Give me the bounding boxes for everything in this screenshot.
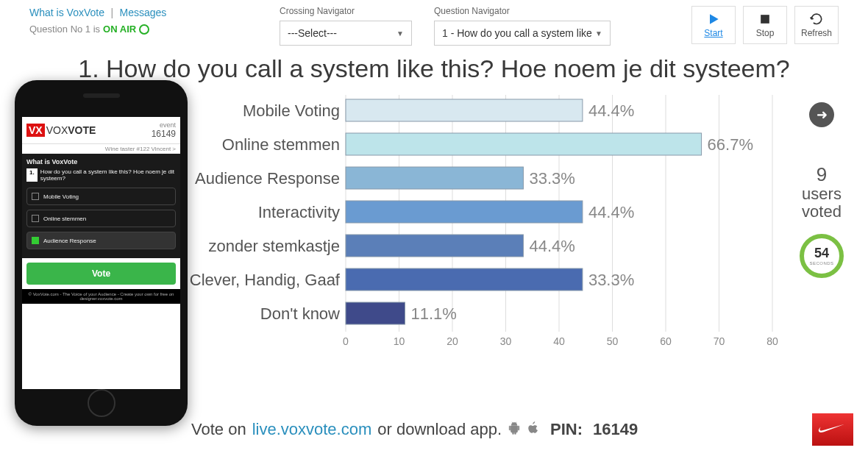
svg-text:44.4%: 44.4% — [588, 203, 634, 221]
refresh-button[interactable]: Refresh — [794, 6, 839, 44]
users-label: users voted — [789, 185, 855, 221]
svg-text:Mobile Voting: Mobile Voting — [243, 101, 340, 120]
svg-text:33.3%: 33.3% — [529, 169, 574, 188]
phone-mockup: VXVOXVOTE event 16149 Wine taster #122 V… — [15, 80, 188, 426]
phone-option-selected: Audience Response — [26, 232, 176, 249]
svg-text:20: 20 — [447, 335, 458, 347]
svg-text:zonder stemkastje: zonder stemkastje — [208, 237, 340, 255]
crossing-navigator-label: Crossing Navigator — [280, 6, 412, 16]
footer-vote-on: Vote on — [191, 420, 246, 439]
svg-text:33.3%: 33.3% — [588, 271, 634, 289]
seconds-label: SECONDS — [809, 261, 833, 266]
checkbox-icon — [32, 215, 39, 222]
start-label: Start — [704, 28, 722, 38]
pin-value: 16149 — [593, 420, 638, 439]
svg-text:50: 50 — [607, 335, 619, 347]
svg-text:30: 30 — [500, 335, 512, 347]
phone-vote-button: Vote — [26, 263, 176, 285]
play-icon — [706, 12, 721, 26]
checkbox-checked-icon — [32, 237, 39, 244]
svg-text:60: 60 — [660, 335, 672, 347]
arrow-right-icon: ➜ — [817, 107, 828, 123]
phone-footer: © VoxVote.com - The Voice of your Audien… — [22, 289, 180, 304]
svg-text:11.1%: 11.1% — [410, 304, 456, 323]
seconds-ring: 54 SECONDS — [800, 234, 844, 278]
refresh-label: Refresh — [801, 28, 832, 38]
phone-subline: Wine taster #122 Vincent > — [22, 144, 180, 154]
phone-section-title: What is VoxVote — [26, 158, 176, 165]
svg-text:Clever, Handig, Gaaf: Clever, Handig, Gaaf — [190, 271, 341, 289]
pin-label: PIN: — [550, 420, 583, 439]
start-button[interactable]: Start — [691, 6, 736, 44]
svg-rect-0 — [761, 15, 769, 24]
logo-vote: VOTE — [68, 124, 96, 136]
logo-vx: VX — [26, 124, 45, 137]
phone-event-id: 16149 — [152, 129, 176, 139]
crossing-navigator-value: ---Select--- — [288, 27, 337, 39]
users-count: 9 — [789, 164, 855, 185]
svg-text:10: 10 — [394, 335, 405, 347]
question-navigator-select[interactable]: 1 - How do you call a system like — [434, 21, 611, 46]
stop-icon — [758, 12, 772, 26]
svg-text:Audience Response: Audience Response — [195, 169, 340, 188]
phone-event: event 16149 — [152, 121, 176, 139]
svg-rect-26 — [346, 167, 523, 189]
footer-url[interactable]: live.voxvote.com — [252, 420, 372, 439]
svg-rect-32 — [346, 235, 523, 257]
phone-option-label: Online stemmen — [43, 215, 86, 222]
link-what-is[interactable]: What is VoxVote — [29, 7, 104, 18]
svg-text:0: 0 — [343, 335, 349, 347]
next-arrow-button[interactable]: ➜ — [809, 102, 834, 127]
stop-label: Stop — [756, 28, 775, 38]
status-onair: ON AIR — [103, 24, 136, 35]
svg-text:66.7%: 66.7% — [708, 135, 753, 154]
svg-text:70: 70 — [714, 335, 725, 347]
phone-option-label: Audience Response — [43, 238, 96, 244]
nike-swoosh-icon — [818, 422, 847, 437]
link-messages[interactable]: Messages — [120, 7, 167, 18]
phone-screen: VXVOXVOTE event 16149 Wine taster #122 V… — [22, 117, 180, 389]
seconds-value: 54 — [814, 246, 829, 261]
footer-download: or download app. — [377, 420, 502, 439]
onair-indicator-icon — [139, 24, 149, 35]
phone-event-label: event — [152, 121, 176, 129]
phone-option: Mobile Voting — [26, 188, 176, 205]
question-title: 1. How do you call a system like this? H… — [0, 54, 868, 83]
checkbox-icon — [32, 193, 39, 200]
phone-question-text: How do you call a system like this? Hoe … — [40, 168, 176, 182]
logo-vox: VOX — [46, 124, 68, 136]
svg-text:Online stemmen: Online stemmen — [222, 135, 340, 154]
question-navigator-value: 1 - How do you call a system like — [442, 27, 592, 39]
svg-text:80: 80 — [766, 335, 778, 347]
phone-question-num: 1. — [26, 168, 38, 182]
apple-icon — [527, 421, 540, 439]
separator: | — [110, 7, 113, 18]
svg-text:Don't know: Don't know — [260, 304, 340, 323]
crossing-navigator-select[interactable]: ---Select--- — [280, 21, 412, 46]
svg-text:44.4%: 44.4% — [529, 237, 574, 255]
phone-option-label: Mobile Voting — [43, 193, 79, 200]
phone-logo: VXVOXVOTE — [26, 124, 96, 136]
svg-rect-38 — [346, 302, 405, 324]
android-icon — [508, 421, 521, 439]
stop-button[interactable]: Stop — [743, 6, 787, 44]
svg-rect-35 — [346, 268, 583, 291]
svg-text:44.4%: 44.4% — [588, 101, 634, 120]
phone-option: Online stemmen — [26, 210, 176, 227]
results-chart: 01020304050607080Mobile Voting44.4%Onlin… — [177, 88, 780, 382]
svg-rect-23 — [346, 133, 702, 155]
svg-text:40: 40 — [553, 335, 565, 347]
status-prefix: Question No 1 is — [29, 24, 100, 35]
brand-logo — [812, 413, 853, 446]
svg-text:Interactivity: Interactivity — [258, 203, 340, 221]
question-navigator-label: Question Navigator — [434, 6, 611, 16]
users-voted: 9 users voted — [789, 164, 855, 221]
svg-rect-20 — [346, 99, 583, 121]
svg-rect-29 — [346, 201, 583, 223]
refresh-icon — [809, 12, 824, 26]
